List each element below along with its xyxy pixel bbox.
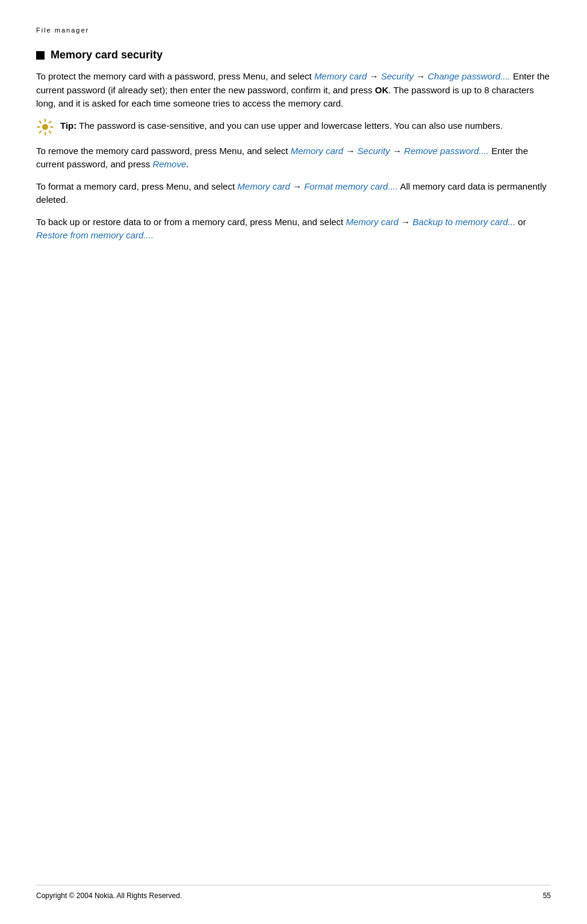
p1-arrow2: → bbox=[414, 71, 427, 81]
svg-line-8 bbox=[40, 131, 42, 132]
tip-body: The password is case-sensitive, and you … bbox=[76, 120, 503, 131]
p1-link-memory-card: Memory card bbox=[314, 71, 367, 81]
tip-sun-icon bbox=[36, 118, 54, 136]
page-container: File manager Memory card security To pro… bbox=[0, 0, 587, 924]
p4-link-memory-card: Memory card bbox=[346, 217, 399, 227]
bullet-icon bbox=[36, 51, 45, 60]
page-content: Memory card security To protect the memo… bbox=[36, 49, 551, 885]
tip-content: Tip: The password is case-sensitive, and… bbox=[60, 119, 503, 133]
p1-link-change-password: Change password.... bbox=[427, 71, 511, 81]
p4-link-restore: Restore from memory card.... bbox=[36, 230, 154, 240]
p1-link-security: Security bbox=[381, 71, 414, 81]
p2-text-end: . bbox=[186, 159, 188, 169]
section-title: Memory card security bbox=[51, 49, 163, 61]
p3-link-format: Format memory card.... bbox=[304, 181, 398, 191]
section-heading: Memory card security bbox=[36, 49, 551, 61]
p4-text-middle: or bbox=[515, 217, 526, 227]
tip-label: Tip: bbox=[60, 120, 76, 131]
svg-line-5 bbox=[40, 121, 42, 123]
svg-point-0 bbox=[42, 124, 48, 130]
paragraph-1: To protect the memory card with a passwo… bbox=[36, 70, 551, 111]
paragraph-3: To format a memory card, press Menu, and… bbox=[36, 180, 551, 207]
p1-text-before: To protect the memory card with a passwo… bbox=[36, 71, 314, 81]
header-title: File manager bbox=[36, 26, 89, 34]
p3-arrow1: → bbox=[290, 181, 304, 191]
svg-line-6 bbox=[49, 131, 51, 132]
p2-link-security: Security bbox=[358, 146, 390, 156]
p2-arrow2: → bbox=[390, 146, 404, 156]
svg-line-7 bbox=[49, 121, 51, 123]
p1-bold-ok: OK bbox=[375, 85, 389, 95]
p1-arrow1: → bbox=[367, 71, 380, 81]
p3-link-memory-card: Memory card bbox=[237, 181, 290, 191]
p2-link-memory-card: Memory card bbox=[291, 146, 344, 156]
p2-link-remove: Remove bbox=[152, 159, 186, 169]
paragraph-4: To back up or restore data to or from a … bbox=[36, 215, 551, 243]
p2-arrow1: → bbox=[343, 146, 357, 156]
footer-page-number: 55 bbox=[543, 891, 551, 900]
p2-link-remove-password: Remove password.... bbox=[404, 146, 489, 156]
page-footer: Copyright © 2004 Nokia. All Rights Reser… bbox=[36, 885, 551, 900]
tip-box: Tip: The password is case-sensitive, and… bbox=[36, 119, 551, 136]
p4-link-backup: Backup to memory card... bbox=[412, 217, 515, 227]
paragraph-2: To remove the memory card password, pres… bbox=[36, 144, 551, 172]
footer-copyright: Copyright © 2004 Nokia. All Rights Reser… bbox=[36, 891, 182, 900]
p4-arrow1: → bbox=[399, 217, 412, 227]
p3-text-before: To format a memory card, press Menu, and… bbox=[36, 181, 237, 191]
p2-text-before: To remove the memory card password, pres… bbox=[36, 146, 291, 156]
page-header: File manager bbox=[36, 24, 551, 34]
p4-text-before: To back up or restore data to or from a … bbox=[36, 217, 346, 227]
